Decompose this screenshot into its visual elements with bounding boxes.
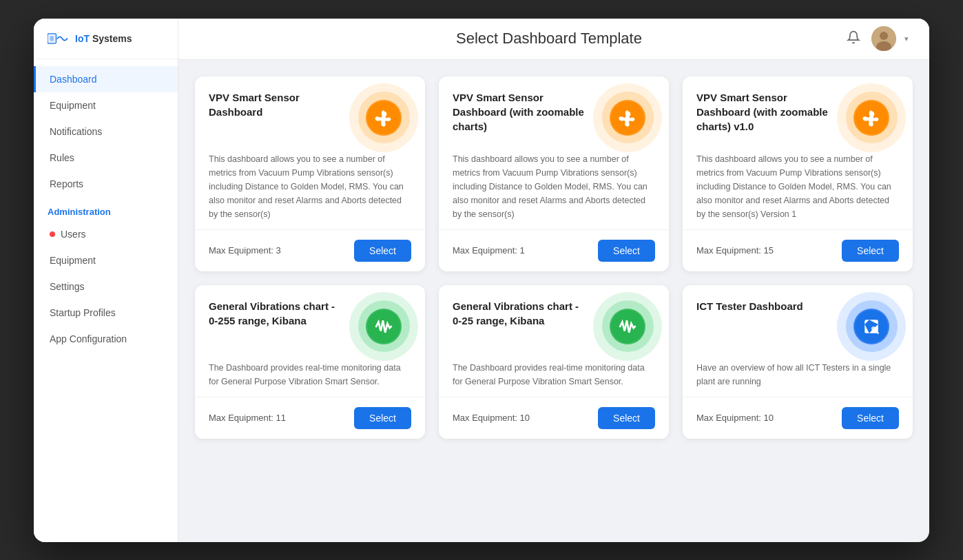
cards-grid: VPV Smart Sensor Dashboard: [195, 76, 913, 439]
template-card-vpv-zoomable: VPV Smart Sensor Dashboard (with zoomabl…: [439, 76, 669, 271]
fan-icon-2: [619, 109, 636, 127]
svg-point-5: [382, 116, 385, 119]
card-description-3: This dashboard allows you to see a numbe…: [683, 152, 913, 229]
card-top-2: VPV Smart Sensor Dashboard (with zoomabl…: [439, 76, 669, 152]
select-button-1[interactable]: Select: [354, 240, 411, 262]
card-description-5: The Dashboard provides real-time monitor…: [439, 361, 669, 397]
card-footer-2: Max Equipment: 1 Select: [439, 229, 669, 271]
user-dropdown-arrow[interactable]: ▾: [904, 34, 909, 43]
max-equipment-1: Max Equipment: 3: [209, 245, 281, 256]
fan-icon-1: [375, 109, 393, 127]
sidebar-item-settings[interactable]: Settings: [34, 273, 178, 300]
waveform-icon-4: [375, 318, 393, 335]
icon-bg-6: [837, 292, 906, 361]
card-top-1: VPV Smart Sensor Dashboard: [195, 76, 425, 152]
icon-bg-3: [837, 83, 906, 152]
card-icon-area-6: [837, 292, 906, 361]
template-icon-1: [367, 101, 400, 134]
ict-icon-6: [862, 318, 880, 335]
template-card-ict-tester: ICT Tester Dashboard: [683, 285, 913, 439]
notification-bell-button[interactable]: [844, 28, 863, 50]
header: Select Dashboard Template: [178, 19, 929, 60]
app-window: IoT Systems Dashboard Equipment Notifica…: [34, 19, 929, 542]
svg-point-7: [869, 116, 873, 119]
sidebar: IoT Systems Dashboard Equipment Notifica…: [34, 19, 178, 542]
sidebar-item-admin-equipment[interactable]: Equipment: [34, 247, 178, 273]
card-description-1: This dashboard allows you to see a numbe…: [195, 152, 425, 229]
select-button-3[interactable]: Select: [842, 240, 899, 262]
card-title-1: VPV Smart Sensor Dashboard: [209, 90, 340, 119]
template-card-vpv-smart-sensor: VPV Smart Sensor Dashboard: [195, 76, 425, 271]
template-icon-2: [611, 101, 644, 134]
card-top-3: VPV Smart Sensor Dashboard (with zoomabl…: [683, 76, 913, 152]
bell-icon: [847, 30, 860, 44]
card-icon-area-1: [349, 83, 418, 152]
select-button-5[interactable]: Select: [598, 407, 655, 429]
sidebar-item-startup-profiles[interactable]: Startup Profiles: [34, 300, 178, 326]
avatar-image: [871, 26, 896, 51]
sidebar-item-reports[interactable]: Reports: [34, 171, 178, 197]
icon-bg-2: [593, 83, 662, 152]
card-icon-area-4: [349, 292, 418, 361]
template-icon-4: [367, 310, 400, 343]
logo-icon: [48, 31, 70, 46]
card-title-4: General Vibrations chart - 0-255 range, …: [209, 299, 340, 328]
template-card-vpv-zoomable-v1: VPV Smart Sensor Dashboard (with zoomabl…: [683, 76, 913, 271]
page-title: Select Dashboard Template: [254, 30, 844, 48]
card-description-2: This dashboard allows you to see a numbe…: [439, 152, 669, 229]
select-button-6[interactable]: Select: [842, 407, 899, 429]
card-icon-area-5: [593, 292, 662, 361]
select-button-2[interactable]: Select: [598, 240, 655, 262]
template-icon-3: [855, 101, 888, 134]
card-title-2: VPV Smart Sensor Dashboard (with zoomabl…: [453, 90, 584, 134]
template-card-vibrations-255: General Vibrations chart - 0-255 range, …: [195, 285, 425, 439]
max-equipment-2: Max Equipment: 1: [453, 245, 525, 256]
card-top-5: General Vibrations chart - 0-25 range, K…: [439, 285, 669, 361]
svg-point-3: [880, 32, 888, 40]
template-icon-5: [611, 310, 644, 343]
card-footer-1: Max Equipment: 3 Select: [195, 229, 425, 271]
card-title-6: ICT Tester Dashboard: [696, 299, 803, 313]
svg-point-6: [625, 116, 629, 119]
select-button-4[interactable]: Select: [354, 407, 411, 429]
card-description-6: Have an overview of how all ICT Testers …: [683, 361, 913, 397]
fan-icon-3: [862, 109, 880, 127]
admin-section-label: Administration: [34, 197, 178, 221]
card-footer-3: Max Equipment: 15 Select: [683, 229, 913, 271]
app-layout: IoT Systems Dashboard Equipment Notifica…: [34, 19, 929, 542]
users-dot: [50, 231, 55, 237]
icon-bg-5: [593, 292, 662, 361]
sidebar-item-dashboard[interactable]: Dashboard: [34, 66, 178, 92]
logo-text: IoT Systems: [75, 33, 132, 44]
waveform-icon-5: [619, 318, 636, 335]
card-icon-area-2: [593, 83, 662, 152]
sidebar-item-equipment[interactable]: Equipment: [34, 92, 178, 118]
max-equipment-4: Max Equipment: 11: [209, 413, 286, 423]
card-icon-area-3: [837, 83, 906, 152]
card-description-4: The Dashboard provides real-time monitor…: [195, 361, 425, 397]
icon-bg-4: [349, 292, 418, 361]
header-actions: ▾: [844, 26, 909, 51]
sidebar-item-notifications[interactable]: Notifications: [34, 118, 178, 145]
svg-rect-1: [50, 36, 54, 41]
template-icon-6: [855, 310, 888, 343]
max-equipment-3: Max Equipment: 15: [696, 245, 774, 256]
sidebar-item-app-configuration[interactable]: App Configuration: [34, 326, 178, 352]
card-top-4: General Vibrations chart - 0-255 range, …: [195, 285, 425, 361]
card-footer-4: Max Equipment: 11 Select: [195, 397, 425, 439]
card-top-6: ICT Tester Dashboard: [683, 285, 913, 361]
sidebar-nav: Dashboard Equipment Notifications Rules …: [34, 59, 178, 542]
template-card-vibrations-25: General Vibrations chart - 0-25 range, K…: [439, 285, 669, 439]
main-content: VPV Smart Sensor Dashboard: [178, 60, 929, 542]
max-equipment-6: Max Equipment: 10: [696, 413, 774, 423]
sidebar-item-rules[interactable]: Rules: [34, 145, 178, 171]
max-equipment-5: Max Equipment: 10: [453, 413, 530, 423]
card-title-3: VPV Smart Sensor Dashboard (with zoomabl…: [696, 90, 828, 134]
card-footer-5: Max Equipment: 10 Select: [439, 397, 669, 439]
icon-bg-1: [349, 83, 418, 152]
avatar[interactable]: [871, 26, 896, 51]
card-footer-6: Max Equipment: 10 Select: [683, 397, 913, 439]
sidebar-item-users[interactable]: Users: [34, 221, 178, 247]
card-title-5: General Vibrations chart - 0-25 range, K…: [453, 299, 584, 328]
sidebar-logo: IoT Systems: [34, 19, 178, 59]
